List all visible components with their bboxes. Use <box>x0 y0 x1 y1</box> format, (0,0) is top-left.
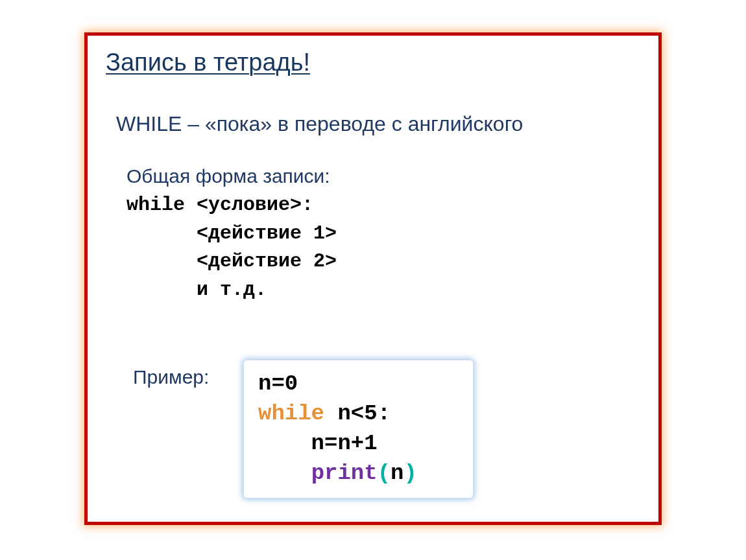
code-keyword-while: while <box>258 401 324 426</box>
syntax-section-label: Общая форма записи: <box>126 165 330 187</box>
code-line-4-indent <box>258 461 311 485</box>
while-translation-text: WHILE – «пока» в переводе с английского <box>116 112 523 136</box>
syntax-line-2: <действие 1> <box>126 222 337 244</box>
syntax-line-1: while <условие>: <box>126 194 313 216</box>
slide: Запись в тетрадь! WHILE – «пока» в перев… <box>0 0 746 560</box>
code-line-3: n=n+1 <box>258 431 378 456</box>
syntax-block: while <условие>: <действие 1> <действие … <box>126 191 337 304</box>
code-arg-n: n <box>391 461 403 485</box>
example-section-label: Пример: <box>133 366 209 388</box>
content-frame: Запись в тетрадь! WHILE – «пока» в перев… <box>84 32 662 525</box>
syntax-line-3: <действие 2> <box>126 250 337 272</box>
code-example-box: n=0 while n<5: n=n+1 print(n) <box>243 360 474 498</box>
slide-title: Запись в тетрадь! <box>106 49 310 76</box>
code-paren-close: ) <box>403 461 416 485</box>
syntax-line-4: и т.д. <box>126 279 267 301</box>
code-line-1: n=0 <box>258 371 298 396</box>
code-example: n=0 while n<5: n=n+1 print(n) <box>258 369 460 489</box>
code-fn-print: print <box>311 461 378 485</box>
code-paren-open: ( <box>378 461 391 485</box>
code-line-2-rest: n<5: <box>324 401 391 426</box>
